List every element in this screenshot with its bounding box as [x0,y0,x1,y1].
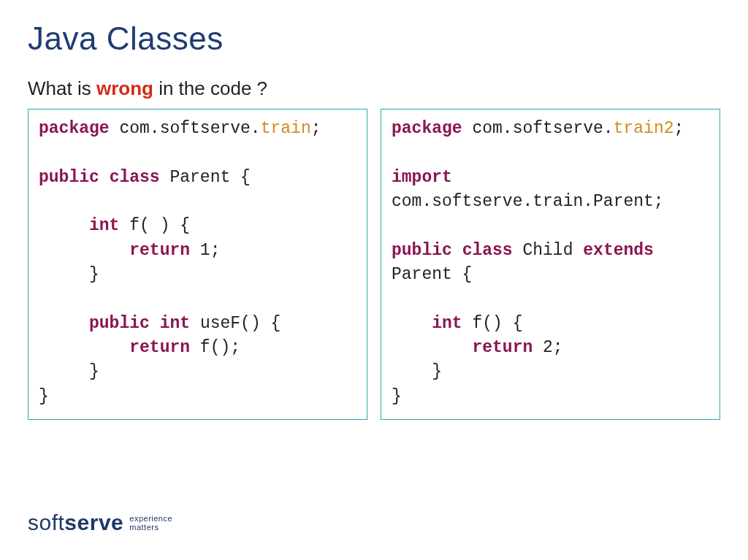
code-right: package com.softserve.train2; import com… [381,109,720,420]
kw-int: int [160,314,190,333]
kw-class: class [110,168,160,187]
logo-serve: serve [64,510,123,534]
pkg-name: train2 [614,119,674,138]
text: } [39,387,49,406]
indent [39,216,89,235]
text: 2; [533,338,562,357]
logo-tagline: experience matters [129,514,172,532]
code-columns: package com.softserve.train; public clas… [28,109,720,420]
slide-title: Java Classes [28,20,720,57]
text: ; [674,119,684,138]
subtitle-wrong: wrong [96,77,153,99]
text [99,168,110,187]
text: Parent { [392,265,472,284]
indent [392,338,472,357]
text: } [392,362,442,381]
text: com.softserve. [462,119,614,138]
text: Child [513,241,584,260]
kw-extends: extends [583,241,654,260]
slide-subtitle: What is wrong in the code ? [28,77,720,100]
text: 1; [190,241,220,260]
subtitle-before: What is [28,77,96,99]
subtitle-after: in the code ? [153,77,267,99]
kw-package: package [39,119,110,138]
kw-return: return [472,338,533,357]
text: f( ) { [119,216,190,235]
logo-wordmark: softserve [28,510,123,535]
text: f(); [190,338,240,357]
slide: Java Classes What is wrong in the code ?… [0,0,748,560]
text: } [39,265,99,284]
text: } [39,362,99,381]
kw-return: return [129,241,190,260]
text: } [392,387,402,406]
text: useF() { [190,314,280,333]
logo: softserve experience matters [28,510,172,535]
kw-int: int [432,314,462,333]
logo-soft: soft [28,510,64,534]
code-left: package com.softserve.train; public clas… [28,109,367,420]
text: ; [311,119,321,138]
kw-public: public [39,168,99,187]
text: com.softserve. [110,119,261,138]
kw-public: public [392,241,452,260]
kw-import: import [392,168,452,187]
kw-public: public [89,314,150,333]
text: Parent { [160,168,251,187]
logo-tag-line1: experience [129,514,172,523]
text [150,314,160,333]
kw-return: return [129,338,190,357]
kw-int: int [89,216,119,235]
indent [39,241,129,260]
kw-package: package [392,119,462,138]
text [452,241,462,260]
text: com.softserve.train.Parent; [392,192,664,211]
kw-class: class [462,241,513,260]
indent [39,338,129,357]
indent [392,314,432,333]
pkg-name: train [261,119,311,138]
indent [39,314,89,333]
text: f() { [462,314,523,333]
logo-tag-line2: matters [129,523,172,532]
